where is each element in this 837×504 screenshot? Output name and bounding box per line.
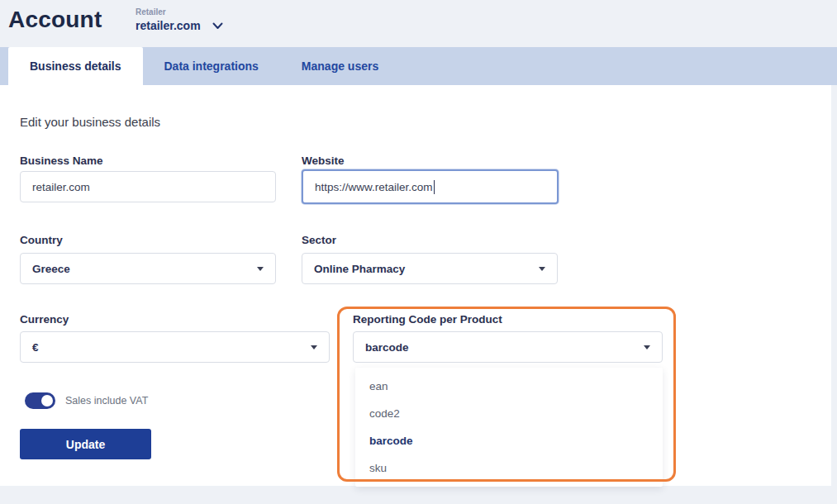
page-title: Account <box>8 7 102 33</box>
business-name-input[interactable]: retailer.com <box>20 171 276 202</box>
caret-down-icon <box>644 345 650 349</box>
account-type-label: Retailer <box>136 7 223 17</box>
sector-select[interactable]: Online Pharmacy <box>302 253 558 284</box>
account-page: Account Retailer retailer.com Business d… <box>0 0 837 504</box>
caret-down-icon <box>539 267 545 271</box>
account-name: retailer.com <box>136 19 201 32</box>
business-name-value: retailer.com <box>32 181 90 193</box>
page-header: Account Retailer retailer.com <box>0 0 837 47</box>
reporting-code-dropdown: ean code2 barcode sku <box>355 368 663 487</box>
sector-label: Sector <box>302 234 336 246</box>
dropdown-option-sku[interactable]: sku <box>355 454 663 482</box>
tab-business-details[interactable]: Business details <box>8 47 143 85</box>
section-heading: Edit your business details <box>20 115 160 129</box>
business-details-panel: Edit your business details Business Name… <box>0 85 831 486</box>
dropdown-option-ean[interactable]: ean <box>355 373 663 400</box>
reporting-code-select[interactable]: barcode <box>353 331 663 363</box>
country-value: Greece <box>32 263 70 275</box>
tab-data-integrations[interactable]: Data integrations <box>143 47 280 85</box>
tab-bar: Business details Data integrations Manag… <box>0 47 837 85</box>
website-input[interactable]: https://www.retailer.com <box>302 169 559 204</box>
account-selector[interactable]: Retailer retailer.com <box>136 7 223 32</box>
reporting-code-label: Reporting Code per Product <box>353 313 502 326</box>
currency-value: € <box>32 341 39 354</box>
tab-manage-users[interactable]: Manage users <box>280 47 400 85</box>
reporting-code-value: barcode <box>365 341 409 354</box>
website-label: Website <box>302 155 345 167</box>
sector-value: Online Pharmacy <box>314 263 405 275</box>
toggle-knob <box>41 395 53 407</box>
dropdown-option-barcode[interactable]: barcode <box>355 427 663 454</box>
dropdown-option-code2[interactable]: code2 <box>355 400 663 427</box>
currency-label: Currency <box>20 313 69 326</box>
update-button[interactable]: Update <box>20 429 151 459</box>
business-name-label: Business Name <box>20 155 103 167</box>
caret-down-icon <box>311 345 317 349</box>
caret-down-icon <box>257 267 264 271</box>
vat-toggle[interactable] <box>25 392 55 409</box>
text-caret <box>434 180 435 194</box>
website-value: https://www.retailer.com <box>315 181 433 193</box>
country-select[interactable]: Greece <box>20 253 276 284</box>
currency-select[interactable]: € <box>20 331 330 363</box>
chevron-down-icon[interactable] <box>212 22 223 30</box>
country-label: Country <box>20 234 63 246</box>
vat-toggle-row: Sales include VAT <box>25 392 148 409</box>
vat-toggle-label: Sales include VAT <box>65 395 148 407</box>
